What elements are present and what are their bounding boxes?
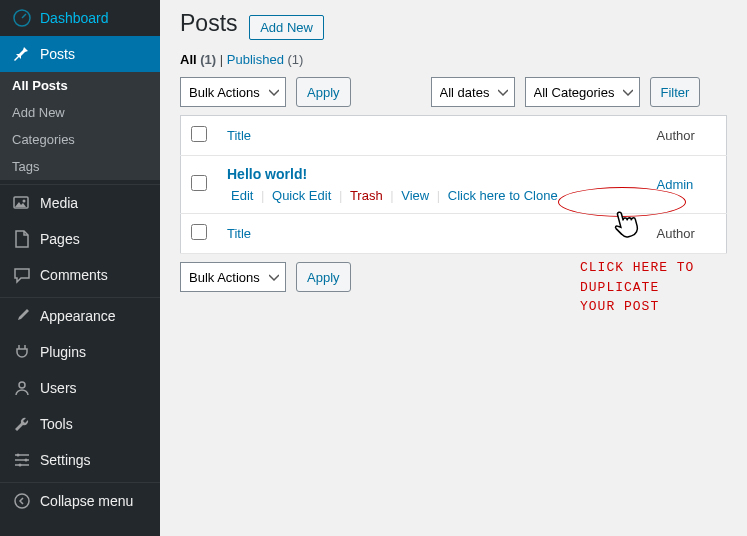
submenu-tags[interactable]: Tags: [0, 153, 160, 180]
submenu-all-posts[interactable]: All Posts: [0, 72, 160, 99]
apply-button-top[interactable]: Apply: [296, 77, 351, 107]
sidebar-item-label: Users: [40, 380, 77, 396]
svg-point-2: [23, 200, 26, 203]
row-actions: Edit | Quick Edit | Trash | View | Click…: [227, 188, 637, 203]
svg-point-7: [15, 494, 29, 508]
apply-button-bottom[interactable]: Apply: [296, 262, 351, 292]
sidebar-item-collapse[interactable]: Collapse menu: [0, 483, 160, 519]
main-content: Posts Add New All (1) | Published (1) Bu…: [160, 0, 747, 536]
sidebar-item-label: Tools: [40, 416, 73, 432]
wrench-icon: [12, 414, 32, 434]
column-title-header[interactable]: Title: [217, 116, 647, 156]
collapse-icon: [12, 491, 32, 511]
sidebar-item-label: Appearance: [40, 308, 116, 324]
sidebar-item-pages[interactable]: Pages: [0, 221, 160, 257]
select-all-checkbox-foot[interactable]: [191, 224, 207, 240]
view-link[interactable]: View: [397, 188, 433, 203]
edit-link[interactable]: Edit: [227, 188, 257, 203]
annotation-line2: YOUR POST: [580, 297, 747, 317]
svg-point-6: [19, 464, 22, 467]
sliders-icon: [12, 450, 32, 470]
author-link[interactable]: Admin: [657, 177, 694, 192]
sidebar-item-appearance[interactable]: Appearance: [0, 298, 160, 334]
submenu-add-new[interactable]: Add New: [0, 99, 160, 126]
clone-link[interactable]: Click here to Clone: [444, 188, 562, 203]
column-title-label: Title: [227, 128, 251, 143]
filter-published[interactable]: Published (1): [227, 52, 304, 67]
posts-table: Title Author Hello world! Edit | Quick E…: [180, 115, 727, 254]
sidebar-item-label: Settings: [40, 452, 91, 468]
plug-icon: [12, 342, 32, 362]
add-new-button[interactable]: Add New: [249, 15, 324, 40]
svg-point-3: [19, 382, 25, 388]
sidebar-item-label: Dashboard: [40, 10, 109, 26]
select-all-header: [181, 116, 218, 156]
sidebar-item-dashboard[interactable]: Dashboard: [0, 0, 160, 36]
sidebar-item-comments[interactable]: Comments: [0, 257, 160, 293]
sidebar-item-media[interactable]: Media: [0, 185, 160, 221]
media-icon: [12, 193, 32, 213]
annotation-text: CLICK HERE TO DUPLICATE YOUR POST: [580, 258, 747, 317]
column-author-header[interactable]: Author: [647, 116, 727, 156]
sidebar-item-tools[interactable]: Tools: [0, 406, 160, 442]
bulk-actions-select[interactable]: Bulk Actions: [180, 77, 286, 107]
filter-published-label: Published: [227, 52, 284, 67]
filter-published-count: (1): [288, 52, 304, 67]
svg-point-4: [17, 454, 20, 457]
sidebar-item-label: Collapse menu: [40, 493, 133, 509]
post-title-link[interactable]: Hello world!: [227, 166, 307, 182]
sidebar-item-settings[interactable]: Settings: [0, 442, 160, 478]
submenu-categories[interactable]: Categories: [0, 126, 160, 153]
row-checkbox[interactable]: [191, 175, 207, 191]
sidebar-item-label: Plugins: [40, 344, 86, 360]
sidebar-item-posts[interactable]: Posts: [0, 36, 160, 72]
table-row: Hello world! Edit | Quick Edit | Trash |…: [181, 156, 727, 214]
users-icon: [12, 378, 32, 398]
bulk-actions-select-bottom[interactable]: Bulk Actions: [180, 262, 286, 292]
comment-icon: [12, 265, 32, 285]
select-all-checkbox[interactable]: [191, 126, 207, 142]
page-icon: [12, 229, 32, 249]
category-filter-select[interactable]: All Categories: [525, 77, 640, 107]
svg-point-5: [25, 459, 28, 462]
sidebar-item-label: Pages: [40, 231, 80, 247]
sidebar-item-label: Posts: [40, 46, 75, 62]
pin-icon: [12, 44, 32, 64]
brush-icon: [12, 306, 32, 326]
sidebar-item-label: Comments: [40, 267, 108, 283]
status-filters: All (1) | Published (1): [180, 52, 727, 67]
admin-sidebar: Dashboard Posts All Posts Add New Catego…: [0, 0, 160, 536]
page-title: Posts: [180, 10, 238, 37]
filter-all[interactable]: All (1): [180, 52, 216, 67]
tablenav-top: Bulk Actions Apply All dates All Categor…: [180, 77, 727, 107]
filter-button[interactable]: Filter: [650, 77, 701, 107]
quick-edit-link[interactable]: Quick Edit: [268, 188, 335, 203]
annotation-line1: CLICK HERE TO DUPLICATE: [580, 258, 747, 297]
trash-link[interactable]: Trash: [346, 188, 387, 203]
filter-all-count: (1): [200, 52, 216, 67]
column-author-foot: Author: [647, 214, 727, 254]
filter-all-label: All: [180, 52, 197, 67]
sidebar-item-plugins[interactable]: Plugins: [0, 334, 160, 370]
posts-submenu: All Posts Add New Categories Tags: [0, 72, 160, 180]
sidebar-item-label: Media: [40, 195, 78, 211]
dashboard-icon: [12, 8, 32, 28]
column-title-label-foot: Title: [227, 226, 251, 241]
date-filter-select[interactable]: All dates: [431, 77, 515, 107]
sidebar-item-users[interactable]: Users: [0, 370, 160, 406]
separator: |: [220, 52, 227, 67]
